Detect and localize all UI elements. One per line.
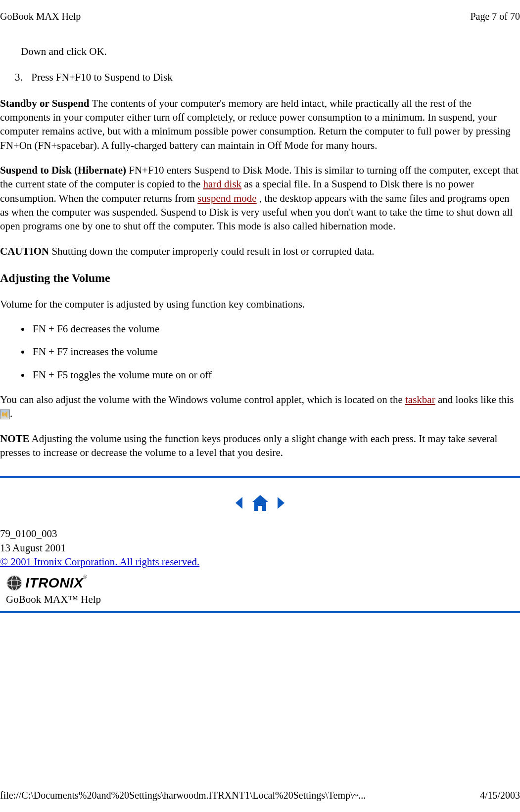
header-page: Page 7 of 70 [470,10,520,23]
caution-paragraph: CAUTION Shutting down the computer impro… [0,244,520,258]
note-text: Adjusting the volume using the function … [0,433,497,458]
title-table: ITRONIX® GoBook MAX™ Help [0,569,520,613]
volume-intro: Volume for the computer is adjusted by u… [0,297,520,311]
copyright-link[interactable]: © 2001 Itronix Corporation. All rights r… [0,556,199,568]
svg-marker-1 [252,495,268,511]
home-icon [250,493,270,513]
help-title: GoBook MAX™ Help [0,592,520,610]
vol-t2: and looks like this [435,394,514,406]
page-header: GoBook MAX Help Page 7 of 70 [0,10,520,23]
arrow-left-icon [234,495,244,511]
document-body: Down and click OK. 3. Press FN+F10 to Su… [0,45,520,613]
suspend-mode-link[interactable]: suspend mode [197,192,257,204]
caution-text: Shutting down the computer improperly co… [49,245,374,257]
svg-marker-0 [236,497,242,509]
volume-applet-paragraph: You can also adjust the volume with the … [0,393,520,421]
arrow-right-icon [276,495,286,511]
list-item-text: Press FN+F10 to Suspend to Disk [31,71,172,83]
nav-home-button[interactable] [249,496,274,508]
globe-icon [6,575,23,591]
ordered-list-item-3: 3. Press FN+F10 to Suspend to Disk [15,70,520,84]
hibernate-paragraph: Suspend to Disk (Hibernate) FN+F10 enter… [0,163,520,233]
footer-date: 4/15/2003 [480,789,520,802]
volume-bullets: FN + F6 decreases the volume FN + F7 inc… [31,322,520,382]
caution-label: CAUTION [0,245,49,257]
doc-number: 79_0100_003 [0,527,520,541]
standby-paragraph: Standby or Suspend The contents of your … [0,96,520,152]
list-item: FN + F6 decreases the volume [31,322,520,336]
continued-list-item: Down and click OK. [21,45,520,58]
footer-path: file://C:\Documents%20and%20Settings\har… [0,789,366,802]
taskbar-link[interactable]: taskbar [405,394,435,406]
volume-heading: Adjusting the Volume [0,270,520,286]
hard-disk-link[interactable]: hard disk [203,178,242,190]
svg-marker-2 [278,497,284,509]
doc-footer-block: 79_0100_003 13 August 2001 © 2001 Itroni… [0,527,520,569]
note-paragraph: NOTE Adjusting the volume using the func… [0,432,520,460]
nav-row [0,493,520,513]
hibernate-label: Suspend to Disk (Hibernate) [0,164,126,176]
vol-t1: You can also adjust the volume with the … [0,394,405,406]
header-title: GoBook MAX Help [0,10,81,23]
vol-t3: . [10,407,12,419]
nav-next-button[interactable] [274,496,288,508]
volume-icon [0,409,10,419]
logo-text: ITRONIX [25,574,83,592]
standby-label: Standby or Suspend [0,97,90,109]
list-item: FN + F7 increases the volume [31,345,520,359]
list-item: FN + F5 toggles the volume mute on or of… [31,368,520,382]
page-footer: file://C:\Documents%20and%20Settings\har… [0,789,520,802]
logo-box: ITRONIX® [0,569,520,592]
list-number: 3. [15,70,29,84]
divider [0,476,520,478]
doc-date: 13 August 2001 [0,541,520,555]
note-label: NOTE [0,433,30,445]
nav-prev-button[interactable] [232,496,248,508]
